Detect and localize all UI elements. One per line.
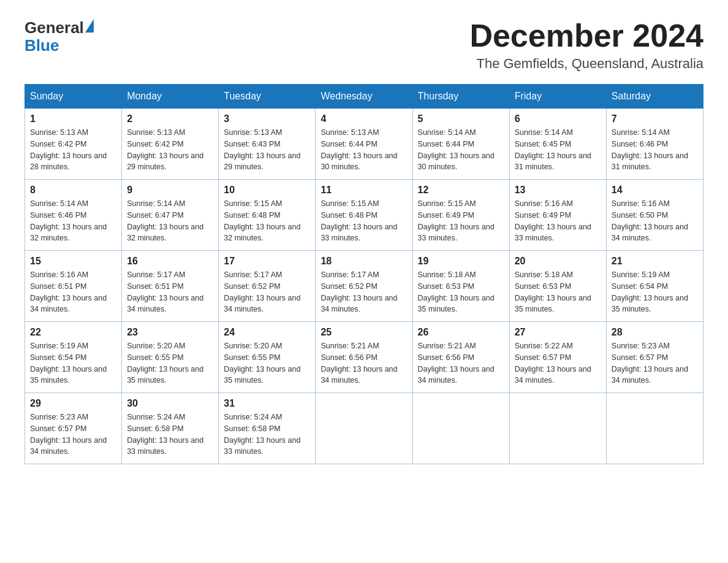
calendar-cell: 23 Sunrise: 5:20 AMSunset: 6:55 PMDaylig…	[122, 322, 219, 393]
day-number: 26	[418, 327, 504, 338]
day-info: Sunrise: 5:20 AMSunset: 6:55 PMDaylight:…	[127, 340, 213, 386]
day-info: Sunrise: 5:14 AMSunset: 6:44 PMDaylight:…	[418, 127, 504, 173]
day-info: Sunrise: 5:21 AMSunset: 6:56 PMDaylight:…	[320, 340, 407, 386]
calendar-cell: 10 Sunrise: 5:15 AMSunset: 6:48 PMDaylig…	[219, 180, 316, 251]
day-number: 18	[320, 256, 407, 267]
calendar-title: December 2024	[469, 18, 703, 53]
week-row-1: 1 Sunrise: 5:13 AMSunset: 6:42 PMDayligh…	[25, 109, 703, 180]
day-number: 7	[612, 113, 698, 124]
day-info: Sunrise: 5:20 AMSunset: 6:55 PMDaylight:…	[224, 340, 310, 386]
calendar-cell: 31 Sunrise: 5:24 AMSunset: 6:58 PMDaylig…	[219, 393, 316, 464]
day-info: Sunrise: 5:14 AMSunset: 6:47 PMDaylight:…	[127, 198, 213, 244]
day-info: Sunrise: 5:21 AMSunset: 6:56 PMDaylight:…	[418, 340, 504, 386]
calendar-cell: 19 Sunrise: 5:18 AMSunset: 6:53 PMDaylig…	[412, 251, 509, 322]
day-info: Sunrise: 5:13 AMSunset: 6:42 PMDaylight:…	[127, 127, 213, 173]
day-info: Sunrise: 5:24 AMSunset: 6:58 PMDaylight:…	[224, 412, 310, 458]
calendar-cell: 29 Sunrise: 5:23 AMSunset: 6:57 PMDaylig…	[25, 393, 122, 464]
calendar-cell: 24 Sunrise: 5:20 AMSunset: 6:55 PMDaylig…	[219, 322, 316, 393]
calendar-cell: 16 Sunrise: 5:17 AMSunset: 6:51 PMDaylig…	[122, 251, 219, 322]
calendar-cell: 9 Sunrise: 5:14 AMSunset: 6:47 PMDayligh…	[122, 180, 219, 251]
logo-triangle-icon	[85, 19, 94, 33]
day-info: Sunrise: 5:22 AMSunset: 6:57 PMDaylight:…	[515, 340, 601, 386]
day-info: Sunrise: 5:19 AMSunset: 6:54 PMDaylight:…	[612, 269, 698, 315]
calendar-cell: 11 Sunrise: 5:15 AMSunset: 6:48 PMDaylig…	[316, 180, 412, 251]
day-number: 27	[515, 327, 601, 338]
week-row-3: 15 Sunrise: 5:16 AMSunset: 6:51 PMDaylig…	[25, 251, 703, 322]
day-info: Sunrise: 5:23 AMSunset: 6:57 PMDaylight:…	[612, 340, 698, 386]
day-number: 24	[224, 327, 310, 338]
day-number: 19	[418, 256, 504, 267]
logo-text-blue: Blue	[25, 36, 59, 55]
calendar-cell: 15 Sunrise: 5:16 AMSunset: 6:51 PMDaylig…	[25, 251, 122, 322]
calendar-cell: 27 Sunrise: 5:22 AMSunset: 6:57 PMDaylig…	[509, 322, 606, 393]
header-saturday: Saturday	[606, 85, 703, 109]
day-info: Sunrise: 5:16 AMSunset: 6:51 PMDaylight:…	[30, 269, 116, 315]
day-info: Sunrise: 5:18 AMSunset: 6:53 PMDaylight:…	[515, 269, 601, 315]
day-number: 31	[224, 398, 310, 409]
day-info: Sunrise: 5:17 AMSunset: 6:52 PMDaylight:…	[320, 269, 407, 315]
calendar-cell: 12 Sunrise: 5:15 AMSunset: 6:49 PMDaylig…	[412, 180, 509, 251]
day-number: 25	[320, 327, 407, 338]
day-number: 23	[127, 327, 213, 338]
day-info: Sunrise: 5:16 AMSunset: 6:50 PMDaylight:…	[612, 198, 698, 244]
day-number: 14	[612, 185, 698, 196]
calendar-cell	[509, 393, 606, 464]
day-info: Sunrise: 5:19 AMSunset: 6:54 PMDaylight:…	[30, 340, 116, 386]
day-info: Sunrise: 5:15 AMSunset: 6:48 PMDaylight:…	[320, 198, 407, 244]
day-number: 6	[515, 113, 601, 124]
logo: General Blue	[25, 18, 94, 55]
calendar-cell: 14 Sunrise: 5:16 AMSunset: 6:50 PMDaylig…	[606, 180, 703, 251]
calendar-cell: 28 Sunrise: 5:23 AMSunset: 6:57 PMDaylig…	[606, 322, 703, 393]
day-number: 10	[224, 185, 310, 196]
day-info: Sunrise: 5:17 AMSunset: 6:52 PMDaylight:…	[224, 269, 310, 315]
calendar-cell: 22 Sunrise: 5:19 AMSunset: 6:54 PMDaylig…	[25, 322, 122, 393]
calendar-cell: 18 Sunrise: 5:17 AMSunset: 6:52 PMDaylig…	[316, 251, 412, 322]
day-info: Sunrise: 5:13 AMSunset: 6:44 PMDaylight:…	[320, 127, 407, 173]
day-info: Sunrise: 5:23 AMSunset: 6:57 PMDaylight:…	[30, 412, 116, 458]
day-number: 8	[30, 185, 116, 196]
calendar-cell	[606, 393, 703, 464]
day-number: 30	[127, 398, 213, 409]
day-number: 20	[515, 256, 601, 267]
logo-text-general: General	[25, 18, 84, 37]
calendar-cell: 6 Sunrise: 5:14 AMSunset: 6:45 PMDayligh…	[509, 109, 606, 180]
calendar-header-row: SundayMondayTuesdayWednesdayThursdayFrid…	[25, 85, 703, 109]
header-thursday: Thursday	[412, 85, 509, 109]
calendar-cell: 20 Sunrise: 5:18 AMSunset: 6:53 PMDaylig…	[509, 251, 606, 322]
calendar-cell: 1 Sunrise: 5:13 AMSunset: 6:42 PMDayligh…	[25, 109, 122, 180]
day-number: 2	[127, 113, 213, 124]
calendar-cell: 17 Sunrise: 5:17 AMSunset: 6:52 PMDaylig…	[219, 251, 316, 322]
calendar-cell: 21 Sunrise: 5:19 AMSunset: 6:54 PMDaylig…	[606, 251, 703, 322]
day-info: Sunrise: 5:17 AMSunset: 6:51 PMDaylight:…	[127, 269, 213, 315]
calendar-subtitle: The Gemfields, Queensland, Australia	[469, 56, 703, 72]
day-info: Sunrise: 5:18 AMSunset: 6:53 PMDaylight:…	[418, 269, 504, 315]
calendar-cell	[412, 393, 509, 464]
header-monday: Monday	[122, 85, 219, 109]
week-row-4: 22 Sunrise: 5:19 AMSunset: 6:54 PMDaylig…	[25, 322, 703, 393]
day-info: Sunrise: 5:14 AMSunset: 6:46 PMDaylight:…	[612, 127, 698, 173]
day-info: Sunrise: 5:14 AMSunset: 6:46 PMDaylight:…	[30, 198, 116, 244]
day-info: Sunrise: 5:15 AMSunset: 6:49 PMDaylight:…	[418, 198, 504, 244]
calendar-cell: 25 Sunrise: 5:21 AMSunset: 6:56 PMDaylig…	[316, 322, 412, 393]
calendar-cell: 4 Sunrise: 5:13 AMSunset: 6:44 PMDayligh…	[316, 109, 412, 180]
day-number: 1	[30, 113, 116, 124]
day-number: 28	[612, 327, 698, 338]
calendar-cell: 8 Sunrise: 5:14 AMSunset: 6:46 PMDayligh…	[25, 180, 122, 251]
day-number: 22	[30, 327, 116, 338]
calendar-cell: 13 Sunrise: 5:16 AMSunset: 6:49 PMDaylig…	[509, 180, 606, 251]
day-number: 5	[418, 113, 504, 124]
day-info: Sunrise: 5:24 AMSunset: 6:58 PMDaylight:…	[127, 412, 213, 458]
calendar-cell: 2 Sunrise: 5:13 AMSunset: 6:42 PMDayligh…	[122, 109, 219, 180]
day-number: 13	[515, 185, 601, 196]
calendar-cell: 3 Sunrise: 5:13 AMSunset: 6:43 PMDayligh…	[219, 109, 316, 180]
calendar-cell: 7 Sunrise: 5:14 AMSunset: 6:46 PMDayligh…	[606, 109, 703, 180]
day-info: Sunrise: 5:13 AMSunset: 6:42 PMDaylight:…	[30, 127, 116, 173]
day-number: 21	[612, 256, 698, 267]
calendar-title-block: December 2024 The Gemfields, Queensland,…	[469, 18, 703, 72]
day-number: 29	[30, 398, 116, 409]
calendar-table: SundayMondayTuesdayWednesdayThursdayFrid…	[25, 84, 703, 464]
day-number: 11	[320, 185, 407, 196]
header-friday: Friday	[509, 85, 606, 109]
page-header: General Blue December 2024 The Gemfields…	[25, 18, 703, 72]
day-number: 4	[320, 113, 407, 124]
